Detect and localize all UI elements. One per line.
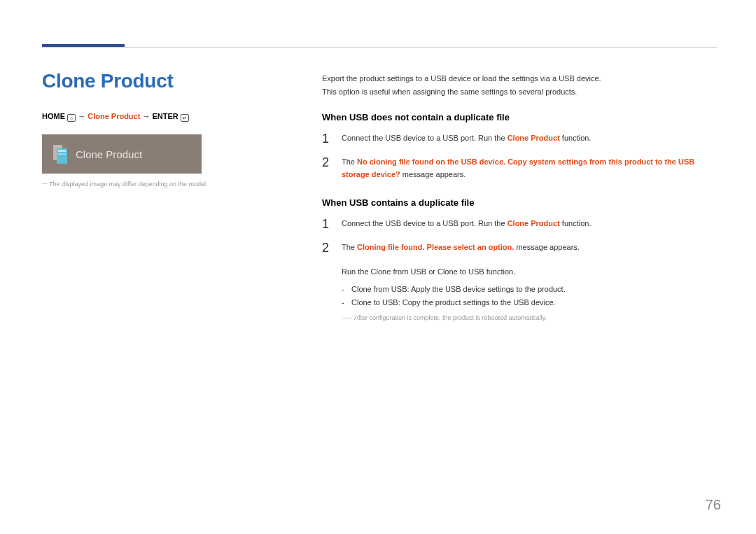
step-row: 2 The Cloning file found. Please select … bbox=[322, 241, 714, 255]
step-text: The No cloning file found on the USB dev… bbox=[342, 156, 714, 181]
page-title: Clone Product bbox=[42, 70, 280, 92]
clone-product-icon bbox=[52, 143, 69, 165]
section-contains-duplicate: When USB contains a duplicate file 1 Con… bbox=[322, 197, 714, 321]
breadcrumb-product: Clone Product bbox=[88, 112, 140, 120]
right-column: Export the product settings to a USB dev… bbox=[322, 70, 714, 338]
breadcrumb-home: HOME bbox=[42, 112, 65, 120]
breadcrumb: HOME ⌂ → Clone Product → ENTER ↵ bbox=[42, 112, 280, 122]
preview-tile: Clone Product bbox=[42, 134, 202, 174]
step-row: 1 Connect the USB device to a USB port. … bbox=[322, 132, 714, 146]
page-number: 76 bbox=[706, 497, 721, 513]
enter-icon: ↵ bbox=[181, 114, 189, 122]
image-caption: The displayed image may differ depending… bbox=[42, 181, 280, 188]
step-number: 2 bbox=[322, 156, 342, 181]
svg-rect-2 bbox=[58, 150, 66, 152]
breadcrumb-enter: ENTER bbox=[152, 112, 178, 120]
svg-rect-3 bbox=[58, 153, 66, 155]
step-number: 1 bbox=[322, 218, 342, 232]
run-line: Run the Clone from USB or Clone to USB f… bbox=[342, 265, 714, 279]
section-heading: When USB does not contain a duplicate fi… bbox=[322, 112, 714, 122]
section-no-duplicate: When USB does not contain a duplicate fi… bbox=[322, 112, 714, 181]
section-heading: When USB contains a duplicate file bbox=[322, 197, 714, 208]
step-number: 2 bbox=[322, 241, 342, 255]
list-item: - Clone to USB: Copy the product setting… bbox=[342, 296, 714, 310]
step-text: Connect the USB device to a USB port. Ru… bbox=[342, 218, 714, 232]
preview-label: Clone Product bbox=[76, 148, 142, 160]
step-text: Connect the USB device to a USB port. Ru… bbox=[342, 132, 714, 146]
step-text: The Cloning file found. Please select an… bbox=[342, 241, 714, 255]
left-column: Clone Product HOME ⌂ → Clone Product → E… bbox=[42, 70, 280, 338]
header-rule bbox=[42, 44, 714, 48]
intro-text: Export the product settings to a USB dev… bbox=[322, 72, 714, 98]
list-item: - Clone from USB: Apply the USB device s… bbox=[342, 283, 714, 297]
home-icon: ⌂ bbox=[67, 114, 76, 122]
step-number: 1 bbox=[322, 132, 342, 146]
step-row: 2 The No cloning file found on the USB d… bbox=[322, 156, 714, 181]
footnote: After configuration is complete, the pro… bbox=[342, 314, 714, 321]
step-row: 1 Connect the USB device to a USB port. … bbox=[322, 218, 714, 232]
